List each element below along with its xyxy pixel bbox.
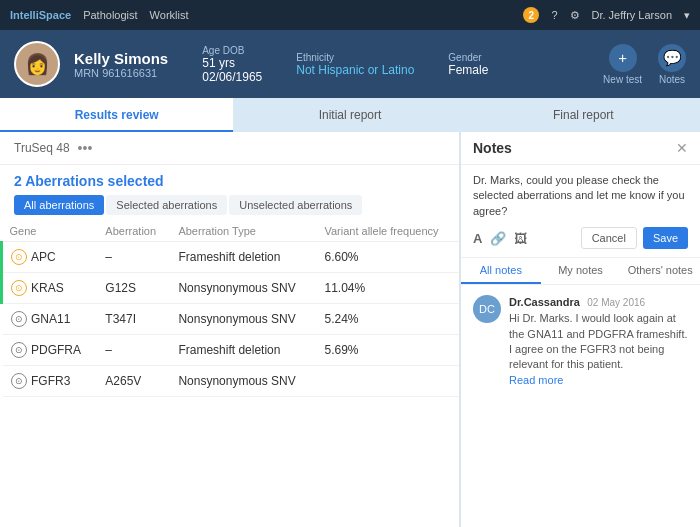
gene-icon-fgfr3: ⊙ bbox=[11, 373, 27, 389]
tab-results-review[interactable]: Results review bbox=[0, 98, 233, 132]
vaf-cell bbox=[316, 366, 459, 397]
app-name: IntelliSpace bbox=[10, 9, 71, 21]
table-row[interactable]: ⊙ APC – Frameshift deletion 6.60% bbox=[2, 242, 460, 273]
tab-strip: Results review Initial report Final repo… bbox=[0, 98, 700, 132]
patient-identity: Kelly Simons MRN 961616631 bbox=[74, 50, 168, 79]
notes-list: DC Dr.Cassandra 02 May 2016 Hi Dr. Marks… bbox=[461, 285, 700, 527]
gene-name: PDGFRA bbox=[31, 343, 81, 357]
aberration-cell: A265V bbox=[97, 366, 170, 397]
note-format-icons: A 🔗 🖼 bbox=[473, 231, 527, 246]
notes-title: Notes bbox=[473, 140, 512, 156]
note-compose-area: Dr. Marks, could you please check the se… bbox=[461, 165, 700, 258]
comment-author: Dr.Cassandra bbox=[509, 296, 580, 308]
comment-body: Dr.Cassandra 02 May 2016 Hi Dr. Marks. I… bbox=[509, 295, 688, 387]
cancel-button[interactable]: Cancel bbox=[581, 227, 637, 249]
patient-name: Kelly Simons bbox=[74, 50, 168, 67]
comment-date: 02 May 2016 bbox=[587, 297, 645, 308]
gene-name: GNA11 bbox=[31, 312, 70, 326]
gene-name: KRAS bbox=[31, 281, 64, 295]
type-cell: Nonsynonymous SNV bbox=[170, 304, 316, 335]
aberration-cell: G12S bbox=[97, 273, 170, 304]
save-button[interactable]: Save bbox=[643, 227, 688, 249]
avatar: 👩 bbox=[14, 41, 60, 87]
vaf-cell: 5.69% bbox=[316, 335, 459, 366]
truseq-label: TruSeq 48 bbox=[14, 141, 70, 155]
type-cell: Frameshift deletion bbox=[170, 335, 316, 366]
main-content: TruSeq 48 ••• 2 Aberrations selected All… bbox=[0, 132, 700, 527]
new-test-button[interactable]: + New test bbox=[603, 44, 642, 85]
bold-icon[interactable]: A bbox=[473, 231, 482, 246]
patient-gender-group: Gender Female bbox=[448, 52, 488, 77]
notes-tab-others[interactable]: Others' notes bbox=[620, 258, 700, 284]
col-gene: Gene bbox=[2, 221, 98, 242]
help-icon[interactable]: ? bbox=[551, 9, 557, 21]
patient-header: 👩 Kelly Simons MRN 961616631 Age DOB 51 … bbox=[0, 30, 700, 98]
user-menu[interactable]: Dr. Jeffry Larson bbox=[592, 9, 673, 21]
patient-ethnicity-group: Ethnicity Not Hispanic or Latino bbox=[296, 52, 414, 77]
gene-icon-pdgfra: ⊙ bbox=[11, 342, 27, 358]
note-action-buttons: Cancel Save bbox=[581, 227, 688, 249]
link-icon[interactable]: 🔗 bbox=[490, 231, 506, 246]
tab-final-report[interactable]: Final report bbox=[467, 98, 700, 132]
col-aberration: Aberration bbox=[97, 221, 170, 242]
aberration-cell: T347I bbox=[97, 304, 170, 335]
filter-tab-all[interactable]: All aberrations bbox=[14, 195, 104, 215]
vaf-cell: 6.60% bbox=[316, 242, 459, 273]
filter-tabs: All aberrations Selected aberrations Uns… bbox=[0, 195, 459, 215]
patient-age-group: Age DOB 51 yrs 02/06/1965 bbox=[202, 45, 262, 84]
nav-right: 2 ? ⚙ Dr. Jeffry Larson ▾ bbox=[523, 7, 690, 23]
aberration-cell: – bbox=[97, 242, 170, 273]
filter-tab-selected[interactable]: Selected aberrations bbox=[106, 195, 227, 215]
notes-tab-all[interactable]: All notes bbox=[461, 258, 541, 284]
left-panel: TruSeq 48 ••• 2 Aberrations selected All… bbox=[0, 132, 460, 527]
type-cell: Nonsynonymous SNV bbox=[170, 273, 316, 304]
type-cell: Frameshift deletion bbox=[170, 242, 316, 273]
read-more-link[interactable]: Read more bbox=[509, 374, 563, 386]
header-actions: + New test 💬 Notes bbox=[603, 44, 686, 85]
gene-name: FGFR3 bbox=[31, 374, 70, 388]
patient-mrn: MRN 961616631 bbox=[74, 67, 168, 79]
panel-header: TruSeq 48 ••• bbox=[0, 132, 459, 165]
nav-left: IntelliSpace Pathologist Worklist bbox=[10, 9, 189, 21]
note-toolbar: A 🔗 🖼 Cancel Save bbox=[473, 227, 688, 249]
filter-tab-unselected[interactable]: Unselected aberrations bbox=[229, 195, 362, 215]
settings-icon[interactable]: ⚙ bbox=[570, 9, 580, 22]
image-icon[interactable]: 🖼 bbox=[514, 231, 527, 246]
table-row[interactable]: ⊙ GNA11 T347I Nonsynonymous SNV 5.24% bbox=[2, 304, 460, 335]
aberration-cell: – bbox=[97, 335, 170, 366]
table-row[interactable]: ⊙ PDGFRA – Frameshift deletion 5.69% bbox=[2, 335, 460, 366]
close-button[interactable]: ✕ bbox=[676, 140, 688, 156]
vaf-cell: 5.24% bbox=[316, 304, 459, 335]
chevron-down-icon[interactable]: ▾ bbox=[684, 9, 690, 22]
table-row[interactable]: ⊙ KRAS G12S Nonsynonymous SNV 11.04% bbox=[2, 273, 460, 304]
notes-tab-my[interactable]: My notes bbox=[541, 258, 621, 284]
notes-filter-tabs: All notes My notes Others' notes bbox=[461, 258, 700, 285]
gene-icon-apc: ⊙ bbox=[11, 249, 27, 265]
comment-text: Hi Dr. Marks. I would look again at the … bbox=[509, 311, 688, 373]
type-cell: Nonsynonymous SNV bbox=[170, 366, 316, 397]
vaf-cell: 11.04% bbox=[316, 273, 459, 304]
notes-header: Notes ✕ bbox=[461, 132, 700, 165]
gene-icon-kras: ⊙ bbox=[11, 280, 27, 296]
app-subtitle: Pathologist bbox=[83, 9, 137, 21]
note-compose-text[interactable]: Dr. Marks, could you please check the se… bbox=[473, 173, 688, 219]
notes-panel: Notes ✕ Dr. Marks, could you please chec… bbox=[460, 132, 700, 527]
patient-ethnicity: Not Hispanic or Latino bbox=[296, 63, 414, 77]
notes-button[interactable]: 💬 Notes bbox=[658, 44, 686, 85]
notification-badge[interactable]: 2 bbox=[523, 7, 539, 23]
gene-icon-gna11: ⊙ bbox=[11, 311, 27, 327]
col-vaf: Variant allele frequency bbox=[316, 221, 459, 242]
comment-avatar: DC bbox=[473, 295, 501, 323]
aberrations-title: 2 Aberrations selected bbox=[0, 165, 459, 195]
list-item: DC Dr.Cassandra 02 May 2016 Hi Dr. Marks… bbox=[473, 295, 688, 387]
table-row[interactable]: ⊙ FGFR3 A265V Nonsynonymous SNV bbox=[2, 366, 460, 397]
worklist-link[interactable]: Worklist bbox=[150, 9, 189, 21]
top-navbar: IntelliSpace Pathologist Worklist 2 ? ⚙ … bbox=[0, 0, 700, 30]
gene-table: Gene Aberration Aberration Type Variant … bbox=[0, 221, 459, 397]
col-type: Aberration Type bbox=[170, 221, 316, 242]
gene-name: APC bbox=[31, 250, 56, 264]
dots-menu[interactable]: ••• bbox=[78, 140, 93, 156]
tab-initial-report[interactable]: Initial report bbox=[233, 98, 466, 132]
